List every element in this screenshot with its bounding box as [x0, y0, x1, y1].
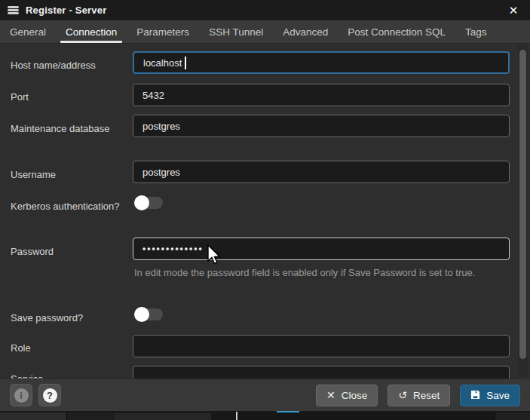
close-icon[interactable]: ✕ [504, 2, 522, 20]
save-password-label: Save password? [11, 311, 125, 326]
port-input[interactable] [133, 84, 510, 106]
close-x-icon: ✕ [326, 390, 335, 400]
tab-advanced[interactable]: Advanced [273, 20, 338, 43]
password-label: Password [11, 244, 125, 259]
service-input[interactable] [133, 366, 510, 379]
close-button[interactable]: ✕ Close [316, 385, 378, 406]
role-input[interactable] [133, 335, 510, 357]
server-stack-icon [8, 6, 19, 14]
register-server-dialog: Register - Server ✕ General Connection P… [0, 0, 530, 420]
save-password-toggle[interactable] [136, 308, 163, 320]
connection-form: Host name/address Port Maintenance datab… [0, 44, 530, 379]
close-button-label: Close [342, 390, 368, 401]
host-input[interactable] [133, 51, 510, 74]
dialog-title: Register - Server [26, 5, 106, 16]
scrollbar[interactable] [518, 45, 528, 377]
kerberos-label: Kerberos authentication? [11, 199, 125, 214]
text-caret [185, 57, 186, 69]
host-label: Host name/address [11, 58, 125, 73]
port-label: Port [11, 90, 125, 105]
username-input[interactable] [133, 161, 510, 183]
help-button[interactable]: ? [38, 384, 61, 406]
password-hint: In edit mode the password field is enabl… [134, 264, 505, 282]
maintenance-db-input[interactable] [133, 115, 510, 137]
password-input[interactable] [133, 238, 510, 260]
role-label: Role [11, 341, 125, 356]
kerberos-toggle[interactable] [136, 197, 163, 209]
tab-connection[interactable]: Connection [56, 20, 127, 43]
dialog-titlebar: Register - Server ✕ [0, 0, 530, 20]
info-icon: i [14, 388, 29, 403]
question-icon: ? [43, 388, 57, 403]
background-app-strip [0, 411, 530, 420]
tab-post-connection-sql[interactable]: Post Connection SQL [338, 20, 455, 43]
username-label: Username [11, 167, 125, 182]
tab-general[interactable]: General [0, 20, 56, 43]
save-floppy-icon [470, 390, 480, 401]
dialog-footer: i ? ✕ Close ↺ Reset Save [0, 379, 530, 411]
reset-arrow-icon: ↺ [398, 390, 407, 400]
save-button-label: Save [486, 390, 510, 401]
reset-button[interactable]: ↺ Reset [388, 385, 450, 406]
tab-ssh-tunnel[interactable]: SSH Tunnel [199, 20, 273, 43]
maintenance-db-label: Maintenance database [11, 121, 125, 136]
service-label: Service [11, 372, 125, 379]
dialog-tabbar: General Connection Parameters SSH Tunnel… [0, 20, 530, 44]
sql-info-button[interactable]: i [10, 384, 32, 406]
tab-tags[interactable]: Tags [455, 20, 497, 43]
toggle-knob [134, 307, 149, 322]
scrollbar-thumb[interactable] [519, 50, 526, 359]
save-button[interactable]: Save [460, 385, 520, 406]
toggle-knob [134, 195, 149, 210]
footer-actions: ✕ Close ↺ Reset Save [316, 385, 520, 406]
tab-parameters[interactable]: Parameters [127, 20, 199, 43]
reset-button-label: Reset [413, 390, 440, 401]
